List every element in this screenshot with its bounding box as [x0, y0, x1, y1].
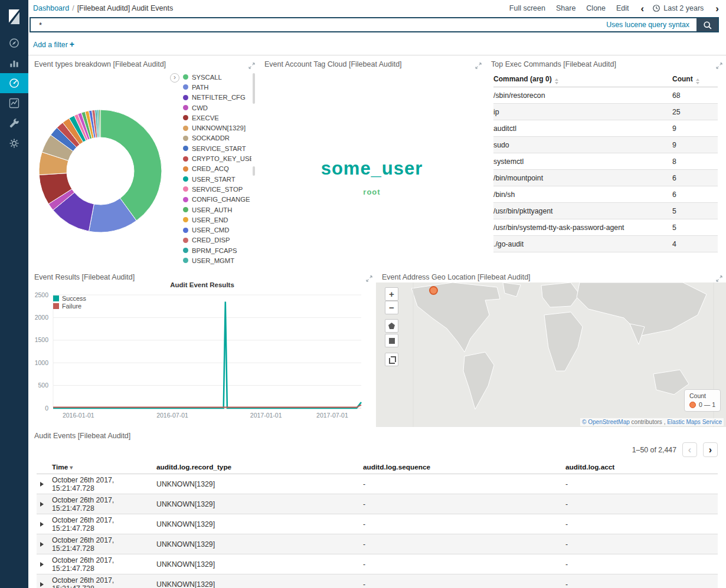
expand-row-caret[interactable] [40, 542, 44, 547]
clone-button[interactable]: Clone [586, 4, 606, 12]
audit-acct-cell: - [565, 560, 718, 569]
edit-button[interactable]: Edit [616, 4, 629, 12]
zoom-out-button[interactable]: − [385, 301, 398, 314]
legend-item[interactable]: PATH [183, 82, 251, 92]
panel-audit-events: Audit Events [Filebeat Auditd] 1–50 of 2… [28, 427, 726, 588]
legend-item[interactable]: CRYPTO_KEY_USER [183, 153, 251, 163]
legend-item[interactable]: UNKNOWN[1329] [183, 123, 251, 133]
legend-label: PATH [192, 84, 208, 91]
svg-text:2500: 2500 [35, 291, 49, 298]
legend-item[interactable]: USER_MGMT [183, 255, 251, 265]
event-types-donut[interactable] [28, 86, 176, 248]
time-forward-button[interactable]: › [715, 4, 719, 14]
legend-item[interactable]: SOCKADDR [183, 133, 251, 143]
sidebar-item-timelion[interactable] [0, 93, 28, 113]
legend-label: SERVICE_START [192, 145, 246, 152]
legend-swatch [183, 248, 188, 253]
legend-item[interactable]: USER_CMD [183, 225, 251, 235]
legend-swatch [183, 258, 188, 263]
tag-cloud: some_userroot [259, 70, 485, 268]
legend-toggle-icon[interactable]: › [170, 73, 179, 83]
add-filter-button[interactable]: Add a filter+ [33, 40, 74, 49]
legend-item[interactable]: Success [53, 294, 86, 302]
legend-swatch [183, 115, 188, 120]
sort-carets-icon [555, 78, 558, 84]
legend-item[interactable]: CWD [183, 103, 251, 113]
exec-command-cell: ./go-audit [493, 240, 672, 248]
sidebar-item-visualize[interactable] [0, 53, 28, 73]
exec-command-header[interactable]: Command (arg 0) [493, 75, 672, 84]
table-row: ./go-audit 4 [493, 236, 718, 252]
compass-icon [8, 37, 20, 49]
legend-item[interactable]: USER_START [183, 174, 251, 184]
expand-row-caret[interactable] [40, 522, 44, 527]
legend-item[interactable]: CRED_ACQ [183, 164, 251, 174]
world-map[interactable]: + − Count 0 — 1 © OpenStreetMap contribu… [376, 282, 726, 427]
legend-label: Success [62, 295, 86, 302]
draw-polygon-button[interactable] [385, 319, 398, 333]
draw-rectangle-button[interactable] [385, 334, 398, 347]
legend-item[interactable]: SYSCALL [183, 72, 251, 82]
expand-row-caret[interactable] [40, 582, 44, 587]
gauge-icon [8, 77, 20, 89]
audit-seq-cell: - [363, 560, 565, 569]
geo-point-marker[interactable] [429, 286, 438, 295]
exec-count-header[interactable]: Count [672, 75, 718, 84]
sidebar-item-dev-tools[interactable] [0, 113, 28, 133]
legend-item[interactable]: EXECVE [183, 113, 251, 123]
legend-item[interactable]: SERVICE_START [183, 143, 251, 153]
attribution-text[interactable]: contributors , [630, 419, 667, 425]
legend-item[interactable]: USER_END [183, 215, 251, 225]
svg-text:1500: 1500 [35, 336, 49, 343]
table-row: October 26th 2017, 15:21:47.728 UNKNOWN[… [37, 554, 718, 574]
legend-item[interactable]: CONFIG_CHANGE [183, 195, 251, 205]
time-back-button[interactable]: ‹ [641, 4, 645, 14]
zoom-in-button[interactable]: + [385, 287, 398, 301]
legend-item[interactable]: SERVICE_STOP [183, 184, 251, 194]
tag-cloud-tag[interactable]: some_user [259, 158, 485, 179]
search-button[interactable] [696, 18, 718, 31]
next-page-button[interactable]: › [703, 442, 718, 457]
legend-title: Count [689, 392, 715, 399]
page-range: 1–50 of 2,447 [632, 446, 676, 454]
legend-item[interactable]: USER_AUTH [183, 205, 251, 215]
breadcrumb-dashboard-link[interactable]: Dashboard [33, 4, 69, 12]
attribution-text[interactable]: © OpenStreetMap [582, 419, 630, 425]
expand-panel-icon[interactable] [716, 61, 722, 71]
previous-page-button[interactable]: ‹ [682, 442, 697, 457]
legend-label: SERVICE_STOP [192, 186, 243, 193]
search-input[interactable] [31, 18, 606, 31]
legend-item[interactable]: Failure [53, 302, 86, 310]
time-picker-button[interactable]: Last 2 years [663, 4, 704, 12]
full-screen-button[interactable]: Full screen [509, 4, 545, 12]
sidebar-item-management[interactable] [0, 133, 28, 153]
kibana-logo[interactable] [0, 0, 28, 33]
tag-cloud-tag[interactable]: root [259, 188, 485, 196]
legend-item[interactable]: CRED_DISP [183, 235, 251, 245]
wrench-icon [8, 117, 20, 129]
legend-item[interactable]: NETFILTER_CFG [183, 93, 251, 103]
table-row: /usr/bin/systemd-tty-ask-password-agent … [493, 219, 718, 236]
expand-panel-icon[interactable] [248, 61, 255, 71]
exec-command-cell: /usr/bin/systemd-tty-ask-password-agent [493, 224, 672, 232]
legend-scrollbar[interactable] [253, 73, 255, 104]
legend-item[interactable]: CRYPTO_SESSION [183, 266, 251, 268]
sidebar-item-discover[interactable] [0, 33, 28, 53]
legend-item[interactable]: BPRM_FCAPS [183, 245, 251, 255]
attribution-text[interactable]: Elastic Maps Service [667, 419, 722, 425]
legend-scrollbar[interactable] [253, 166, 255, 176]
time-column-header[interactable]: Time▾ [52, 463, 156, 471]
exec-command-cell: sudo [493, 141, 672, 149]
expand-row-caret[interactable] [40, 502, 44, 507]
crop-button[interactable] [385, 353, 398, 366]
acct-column-header: auditd.log.acct [565, 463, 718, 471]
share-button[interactable]: Share [556, 4, 575, 12]
lucene-syntax-link[interactable]: Uses lucene query syntax [606, 21, 689, 29]
sort-carets-icon [696, 78, 699, 84]
table-row: October 26th 2017, 15:21:47.728 UNKNOWN[… [37, 494, 718, 514]
expand-row-caret[interactable] [40, 562, 44, 567]
svg-text:0: 0 [45, 405, 48, 412]
sidebar-item-dashboard[interactable] [0, 73, 28, 93]
expand-row-caret[interactable] [40, 482, 44, 487]
legend-swatch [183, 95, 188, 100]
